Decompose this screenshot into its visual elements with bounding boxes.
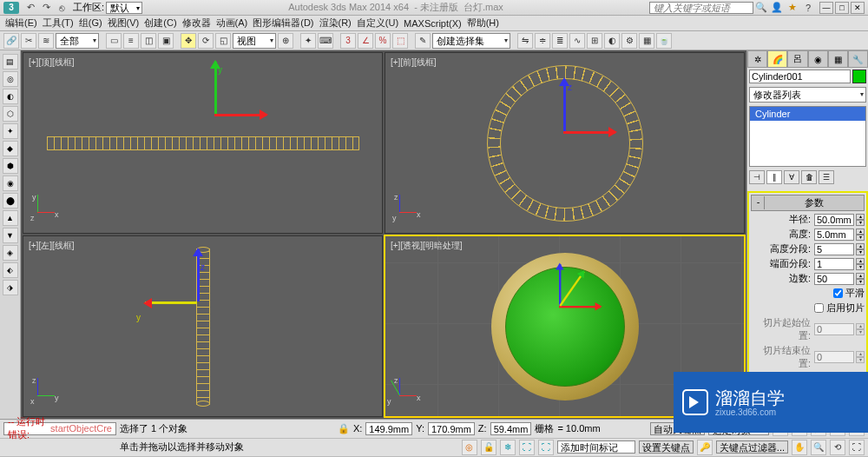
exchange-icon[interactable]: ★ bbox=[786, 2, 799, 14]
menu-customize[interactable]: 自定义(U) bbox=[357, 17, 398, 30]
menu-rendering[interactable]: 渲染(R) bbox=[319, 17, 352, 30]
lt-icon[interactable]: ◎ bbox=[3, 71, 18, 87]
maximize-button[interactable]: □ bbox=[835, 2, 849, 14]
keyfilter-button[interactable]: 关键点过滤器... bbox=[716, 440, 788, 454]
tab-modify[interactable]: 🌈 bbox=[767, 50, 787, 68]
lt-icon[interactable]: ⬡ bbox=[3, 106, 18, 122]
schematic-icon[interactable]: ⊞ bbox=[587, 33, 602, 49]
tab-display[interactable]: ▦ bbox=[828, 50, 848, 68]
height-input[interactable]: 5.0mm bbox=[814, 228, 854, 241]
lt-icon[interactable]: ⬢ bbox=[3, 158, 18, 174]
modifier-list-dropdown[interactable]: 修改器列表 bbox=[749, 87, 866, 103]
viewnav-zoom-icon[interactable]: 🔍 bbox=[811, 440, 826, 455]
lt-icon[interactable]: ⬤ bbox=[3, 193, 18, 209]
minimize-button[interactable]: — bbox=[819, 2, 833, 14]
curve-editor-icon[interactable]: ∿ bbox=[569, 33, 585, 49]
spinner-snap-icon[interactable]: ⬚ bbox=[392, 33, 408, 49]
radius-input[interactable]: 50.0mm bbox=[814, 214, 854, 226]
y-field[interactable]: 170.9mm bbox=[428, 422, 475, 435]
rollout-header[interactable]: -参数 bbox=[751, 195, 865, 211]
lt-icon[interactable]: ◆ bbox=[3, 141, 18, 156]
sel-lock-icon[interactable]: 🔓 bbox=[481, 440, 496, 455]
sides-input[interactable]: 50 bbox=[814, 273, 854, 285]
menu-animation[interactable]: 动画(A) bbox=[216, 17, 248, 30]
render-frame-icon[interactable]: ▦ bbox=[639, 33, 654, 49]
lt-icon[interactable]: ▲ bbox=[3, 210, 18, 226]
viewport-label[interactable]: [+][前][线框] bbox=[391, 56, 437, 69]
angle-snap-icon[interactable]: ∠ bbox=[358, 33, 373, 49]
csegs-spinner[interactable]: ▴▾ bbox=[856, 258, 865, 270]
tab-utilities[interactable]: 🔧 bbox=[848, 50, 868, 68]
render-setup-icon[interactable]: ⚙ bbox=[621, 33, 637, 49]
align-icon[interactable]: ≑ bbox=[535, 33, 550, 49]
key-icon[interactable]: 🔑 bbox=[697, 440, 713, 455]
editnamed-icon[interactable]: ✎ bbox=[415, 33, 431, 49]
rotate-icon[interactable]: ⟳ bbox=[198, 33, 214, 49]
viewnav-pan-icon[interactable]: ✋ bbox=[792, 440, 807, 455]
menu-edit[interactable]: 编辑(E) bbox=[5, 17, 37, 30]
mirror-icon[interactable]: ⇋ bbox=[517, 33, 533, 49]
undo-icon[interactable]: ↶ bbox=[23, 2, 37, 14]
selection-filter[interactable]: 全部 bbox=[56, 33, 99, 49]
viewnav-max-icon[interactable]: ⛶ bbox=[849, 440, 865, 455]
setkey-button[interactable]: 设置关键点 bbox=[639, 440, 694, 454]
select-link-icon[interactable]: 🔗 bbox=[3, 33, 19, 49]
tab-motion[interactable]: ◉ bbox=[808, 50, 828, 68]
lt-icon[interactable]: ▤ bbox=[3, 54, 18, 70]
stack-item-cylinder[interactable]: Cylinder bbox=[750, 107, 865, 121]
layers-icon[interactable]: ≣ bbox=[552, 33, 568, 49]
viewport-left[interactable]: [+][左][线框] z y xyz bbox=[23, 235, 383, 417]
tab-hierarchy[interactable]: 呂 bbox=[787, 50, 807, 68]
comm-icon[interactable]: ⛶ bbox=[519, 440, 535, 455]
lt-icon[interactable]: ✦ bbox=[3, 123, 18, 139]
menu-create[interactable]: 创建(C) bbox=[144, 17, 176, 30]
menu-maxscript[interactable]: MAXScript(X) bbox=[404, 18, 462, 29]
csegs-input[interactable]: 1 bbox=[814, 258, 854, 270]
render-icon[interactable]: 🍵 bbox=[656, 33, 672, 49]
named-selection-dropdown[interactable]: 创建选择集 bbox=[432, 33, 510, 49]
move-icon[interactable]: ✥ bbox=[181, 33, 196, 49]
pivot-icon[interactable]: ⊕ bbox=[278, 33, 293, 49]
workspace-dropdown[interactable]: 默认 bbox=[106, 2, 142, 14]
select-manipulate-icon[interactable]: ✦ bbox=[300, 33, 316, 49]
lt-icon[interactable]: ⬗ bbox=[3, 280, 18, 295]
viewport-top[interactable]: [+][顶][线框] y zxy bbox=[23, 52, 383, 234]
smooth-checkbox[interactable] bbox=[833, 288, 843, 298]
isolate-icon[interactable]: ◎ bbox=[462, 440, 477, 455]
lt-icon[interactable]: ◈ bbox=[3, 245, 18, 261]
remove-modifier-icon[interactable]: 🗑 bbox=[801, 170, 817, 184]
lt-icon[interactable]: ◉ bbox=[3, 176, 18, 191]
viewport-label[interactable]: [+][左][线框] bbox=[29, 240, 75, 252]
menu-views[interactable]: 视图(V) bbox=[108, 17, 140, 30]
hsegs-input[interactable]: 5 bbox=[814, 243, 854, 255]
keyboard-shortcut-icon[interactable]: ⌨ bbox=[318, 33, 333, 49]
slice-checkbox[interactable] bbox=[814, 303, 824, 313]
infocenter-icon[interactable]: 🔍 bbox=[754, 2, 768, 14]
radius-spinner[interactable]: ▴▾ bbox=[856, 214, 865, 226]
viewnav-orbit-icon[interactable]: ⟲ bbox=[830, 440, 845, 455]
menu-modifiers[interactable]: 修改器 bbox=[182, 17, 211, 30]
help-icon[interactable]: ? bbox=[801, 2, 815, 14]
search-input[interactable] bbox=[649, 2, 753, 14]
height-spinner[interactable]: ▴▾ bbox=[856, 228, 865, 241]
lt-icon[interactable]: ⬖ bbox=[3, 262, 18, 278]
adaptive-icon[interactable]: ❄ bbox=[500, 440, 516, 455]
bind-spacewarp-icon[interactable]: ≋ bbox=[38, 33, 54, 49]
menu-help[interactable]: 帮助(H) bbox=[467, 17, 499, 30]
object-color-swatch[interactable] bbox=[852, 70, 866, 83]
close-button[interactable]: ✕ bbox=[851, 2, 865, 14]
menu-group[interactable]: 组(G) bbox=[79, 17, 102, 30]
lock-icon[interactable]: 🔒 bbox=[338, 423, 350, 434]
select-region-icon[interactable]: ◫ bbox=[141, 33, 156, 49]
redo-icon[interactable]: ↷ bbox=[39, 2, 53, 14]
z-field[interactable]: 59.4mm bbox=[490, 422, 532, 435]
menu-tools[interactable]: 工具(T) bbox=[43, 17, 74, 30]
select-name-icon[interactable]: ≡ bbox=[123, 33, 139, 49]
window-crossing-icon[interactable]: ▣ bbox=[158, 33, 174, 49]
viewport-front[interactable]: [+][前][线框] z yxz bbox=[385, 52, 745, 234]
snap-toggle-icon[interactable]: 3 bbox=[340, 33, 356, 49]
select-icon[interactable]: ▭ bbox=[106, 33, 122, 49]
percent-snap-icon[interactable]: % bbox=[375, 33, 391, 49]
hsegs-spinner[interactable]: ▴▾ bbox=[856, 243, 865, 255]
show-end-result-icon[interactable]: ∥ bbox=[766, 170, 782, 184]
